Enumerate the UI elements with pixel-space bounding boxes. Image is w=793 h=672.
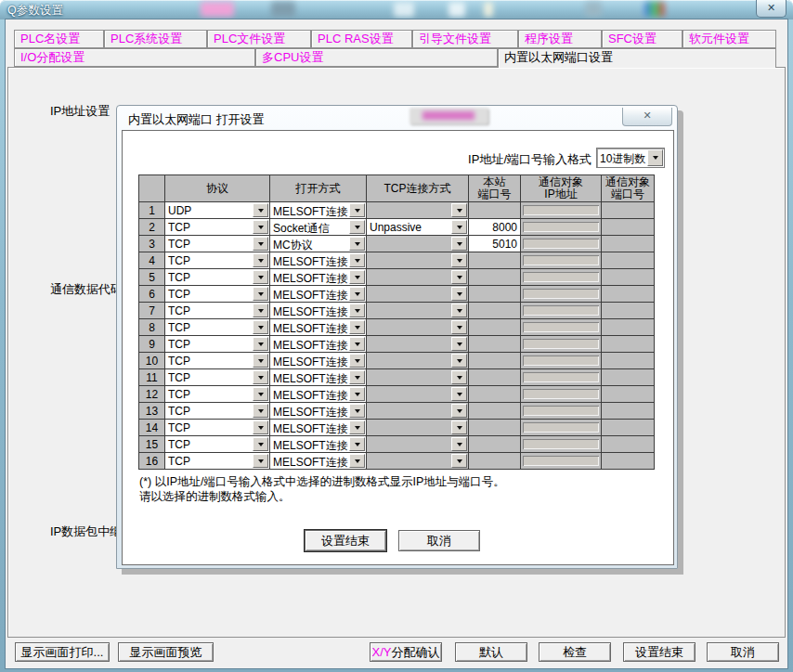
chevron-down-icon[interactable] bbox=[253, 253, 268, 267]
chevron-down-icon[interactable] bbox=[253, 354, 268, 368]
chevron-down-icon[interactable] bbox=[253, 203, 268, 217]
chevron-down-icon[interactable] bbox=[253, 404, 268, 418]
chevron-down-icon[interactable] bbox=[253, 220, 268, 234]
open-mode-select[interactable]: MELSOFT连接 bbox=[270, 303, 366, 318]
chevron-down-icon[interactable] bbox=[349, 420, 365, 434]
protocol-select[interactable]: TCP bbox=[165, 436, 269, 452]
tab-io-assignment[interactable]: I/O分配设置 bbox=[14, 48, 255, 67]
chevron-down-icon[interactable] bbox=[253, 237, 268, 251]
protocol-select[interactable]: TCP bbox=[165, 386, 269, 402]
tcp-mode-cell bbox=[367, 303, 469, 319]
chevron-down-icon[interactable] bbox=[349, 404, 365, 418]
input-format-select[interactable]: 10进制数 bbox=[596, 148, 665, 168]
open-mode-select[interactable]: MELSOFT连接 bbox=[270, 453, 366, 469]
default-button[interactable]: 默认 bbox=[455, 642, 527, 662]
open-mode-select[interactable]: MELSOFT连接 bbox=[270, 202, 366, 218]
open-mode-select[interactable]: MELSOFT连接 bbox=[270, 319, 366, 335]
chevron-down-icon[interactable] bbox=[349, 304, 365, 317]
protocol-select[interactable]: TCP bbox=[165, 353, 269, 368]
chevron-down-icon[interactable] bbox=[349, 337, 365, 351]
open-mode-select[interactable]: MELSOFT连接 bbox=[270, 386, 366, 402]
chevron-down-icon[interactable] bbox=[253, 337, 268, 351]
open-mode-select[interactable]: MELSOFT连接 bbox=[270, 420, 366, 435]
chevron-down-icon[interactable] bbox=[253, 437, 268, 451]
chevron-down-icon[interactable] bbox=[253, 287, 268, 301]
protocol-select[interactable]: TCP bbox=[165, 403, 269, 419]
tab-plc-file[interactable]: PLC文件设置 bbox=[207, 30, 311, 48]
open-mode-select[interactable]: MELSOFT连接 bbox=[270, 353, 366, 368]
row-number-cell: 1 bbox=[139, 202, 165, 219]
chevron-down-icon[interactable] bbox=[349, 220, 365, 234]
protocol-select[interactable]: TCP bbox=[165, 319, 269, 335]
finish-setting-button[interactable]: 设置结束 bbox=[623, 642, 696, 662]
check-button[interactable]: 检查 bbox=[539, 642, 611, 662]
window-titlebar[interactable]: Q参数设置 ✕ bbox=[0, 0, 793, 19]
tab-plc-system[interactable]: PLC系统设置 bbox=[104, 30, 207, 48]
chevron-down-icon[interactable] bbox=[349, 354, 365, 368]
protocol-select[interactable]: TCP bbox=[165, 369, 269, 385]
dialog-close-icon[interactable]: ✕ bbox=[622, 108, 672, 126]
tab-builtin-ethernet[interactable]: 内置以太网端口设置 bbox=[498, 48, 776, 68]
protocol-select[interactable]: TCP bbox=[165, 252, 269, 268]
chevron-down-icon[interactable] bbox=[253, 420, 268, 434]
open-mode-select[interactable]: MELSOFT连接 bbox=[270, 403, 366, 419]
open-mode-select[interactable]: Socket通信 bbox=[270, 219, 366, 235]
chevron-down-icon[interactable] bbox=[349, 270, 365, 284]
open-mode-select[interactable]: MELSOFT连接 bbox=[270, 252, 366, 268]
tab-boot-file[interactable]: 引导文件设置 bbox=[412, 30, 518, 48]
tab-device[interactable]: 软元件设置 bbox=[682, 30, 776, 48]
tab-plc-name[interactable]: PLC名设置 bbox=[14, 30, 104, 48]
protocol-select[interactable]: TCP bbox=[165, 236, 269, 252]
xy-assignment-confirm-button[interactable]: X/Y分配确认 bbox=[370, 642, 442, 662]
chevron-down-icon[interactable] bbox=[349, 437, 365, 451]
chevron-down-icon[interactable] bbox=[253, 454, 268, 468]
chevron-down-icon[interactable] bbox=[349, 454, 365, 468]
open-mode-select[interactable]: MELSOFT连接 bbox=[270, 436, 366, 452]
tab-sfc[interactable]: SFC设置 bbox=[602, 30, 682, 48]
print-screen-button[interactable]: 显示画面打印... bbox=[15, 642, 110, 662]
protocol-cell: TCP bbox=[165, 369, 270, 386]
tcp-mode-select bbox=[367, 286, 468, 302]
cancel-button[interactable]: 取消 bbox=[707, 642, 779, 662]
chevron-down-icon[interactable] bbox=[349, 203, 365, 217]
open-mode-select[interactable]: MC协议 bbox=[270, 236, 366, 252]
chevron-down-icon[interactable] bbox=[253, 370, 268, 384]
protocol-select[interactable]: TCP bbox=[165, 286, 269, 302]
chevron-down-icon[interactable] bbox=[253, 270, 268, 284]
dialog-cancel-button[interactable]: 取消 bbox=[398, 530, 480, 551]
chevron-down-icon[interactable] bbox=[647, 149, 663, 166]
protocol-select[interactable]: TCP bbox=[165, 420, 269, 435]
protocol-select[interactable]: UDP bbox=[165, 202, 269, 218]
chevron-down-icon[interactable] bbox=[349, 387, 365, 401]
open-mode-cell: MELSOFT连接 bbox=[270, 319, 367, 336]
open-mode-select[interactable]: MELSOFT连接 bbox=[270, 336, 366, 352]
tcp-mode-select[interactable]: Unpassive bbox=[367, 219, 468, 235]
tcp-mode-cell bbox=[367, 336, 469, 353]
protocol-select[interactable]: TCP bbox=[165, 219, 269, 235]
tab-plc-ras[interactable]: PLC RAS设置 bbox=[311, 30, 412, 48]
open-mode-select[interactable]: MELSOFT连接 bbox=[270, 369, 366, 385]
window-close-icon[interactable]: ✕ bbox=[756, 0, 786, 18]
protocol-select[interactable]: TCP bbox=[165, 453, 269, 469]
tab-program[interactable]: 程序设置 bbox=[518, 30, 602, 48]
protocol-select[interactable]: TCP bbox=[165, 269, 269, 285]
chevron-down-icon[interactable] bbox=[349, 253, 365, 267]
protocol-select[interactable]: TCP bbox=[165, 336, 269, 352]
protocol-select[interactable]: TCP bbox=[165, 303, 269, 318]
chevron-down-icon[interactable] bbox=[349, 237, 365, 251]
chevron-down-icon[interactable] bbox=[349, 287, 365, 301]
chevron-down-icon[interactable] bbox=[451, 220, 467, 234]
preview-screen-button[interactable]: 显示画面预览 bbox=[118, 642, 214, 662]
host-port-cell[interactable]: 5010 bbox=[469, 236, 521, 252]
open-mode-select[interactable]: MELSOFT连接 bbox=[270, 286, 366, 302]
host-port-cell[interactable]: 8000 bbox=[469, 219, 521, 236]
chevron-down-icon[interactable] bbox=[253, 320, 268, 334]
table-row: 8TCPMELSOFT连接 bbox=[139, 319, 655, 336]
chevron-down-icon[interactable] bbox=[253, 387, 268, 401]
dialog-finish-button[interactable]: 设置结束 bbox=[305, 530, 386, 551]
chevron-down-icon[interactable] bbox=[349, 320, 365, 334]
chevron-down-icon[interactable] bbox=[349, 370, 365, 384]
chevron-down-icon[interactable] bbox=[253, 304, 268, 317]
tab-multi-cpu[interactable]: 多CPU设置 bbox=[255, 48, 498, 67]
open-mode-select[interactable]: MELSOFT连接 bbox=[270, 269, 366, 285]
